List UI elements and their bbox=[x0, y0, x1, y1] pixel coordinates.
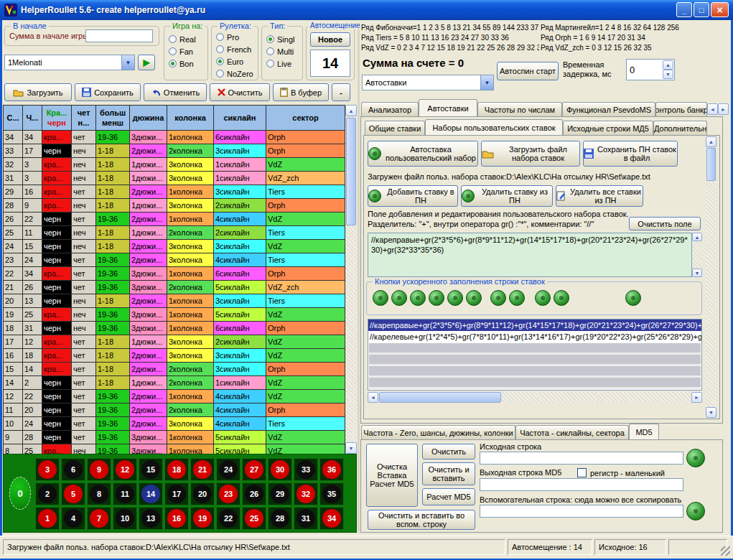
scroll-up-icon[interactable]: ▲ bbox=[706, 136, 716, 147]
board-number-21[interactable]: 21 bbox=[190, 458, 215, 481]
radio-option-fan[interactable]: Fan bbox=[164, 45, 207, 57]
table-row[interactable]: 1024чернчет19-362дюжи...3колонка4сиклайн… bbox=[4, 417, 345, 431]
table-row[interactable]: 825кра...неч19-363дюжи...1колонка5сиклай… bbox=[4, 444, 345, 454]
radio-option-bon[interactable]: Bon bbox=[164, 57, 207, 70]
table-row[interactable]: 2234кра...чет19-363дюжи...1колонка6сикла… bbox=[4, 267, 345, 281]
scroll-up-icon[interactable]: ▲ bbox=[345, 105, 357, 116]
clear-button[interactable]: Очистить bbox=[210, 83, 270, 101]
quick-fill-button[interactable] bbox=[466, 290, 482, 306]
quick-fill-button[interactable] bbox=[410, 290, 426, 306]
tab-autostakes[interactable]: Автоставки bbox=[419, 99, 477, 116]
table-row[interactable]: 2916кра...чет1-182дюжи...1колонка3сиклай… bbox=[4, 185, 345, 199]
column-header[interactable]: дюжина bbox=[130, 106, 167, 131]
scroll-right-icon[interactable]: ► bbox=[691, 392, 702, 403]
list-hscrollbar-thumb[interactable] bbox=[379, 392, 501, 403]
tab-md5[interactable]: MD5 bbox=[629, 424, 659, 439]
resize-grip[interactable] bbox=[721, 546, 730, 556]
board-number-10[interactable]: 10 bbox=[113, 507, 137, 530]
clear-field-button[interactable]: Очистить поле bbox=[629, 217, 701, 230]
table-row[interactable]: 2324чернчет19-362дюжи...3колонка4сиклайн… bbox=[4, 253, 345, 267]
table-row[interactable]: 1618кра...чет1-182дюжи...3колонка3сиклай… bbox=[4, 349, 345, 363]
board-number-15[interactable]: 15 bbox=[139, 458, 163, 481]
board-number-3[interactable]: 3 bbox=[35, 458, 60, 481]
board-number-20[interactable]: 20 bbox=[190, 482, 215, 505]
md5-output-input[interactable] bbox=[480, 478, 683, 491]
collapse-button[interactable]: - bbox=[332, 83, 350, 101]
table-row[interactable]: 928чернчет19-363дюжи...1колонка5сиклайнV… bbox=[4, 431, 345, 444]
board-number-23[interactable]: 23 bbox=[216, 482, 241, 505]
md5-clear-button[interactable]: Очистить bbox=[422, 444, 475, 459]
md5-clear-paste-button[interactable]: Очистить и вставить bbox=[422, 462, 475, 485]
register-checkbox[interactable] bbox=[577, 468, 587, 477]
board-number-2[interactable]: 2 bbox=[35, 482, 60, 505]
board-number-1[interactable]: 1 bbox=[35, 507, 60, 530]
board-number-29[interactable]: 29 bbox=[268, 482, 292, 505]
delete-all-stakes-button[interactable]: Удалить все ставки из ПН bbox=[556, 185, 643, 207]
table-row[interactable]: 2415черннеч1-182дюжи...3колонка3сиклайнV… bbox=[4, 240, 345, 253]
delete-stake-button[interactable]: Удалить ставку из ПН bbox=[461, 185, 553, 207]
board-number-16[interactable]: 16 bbox=[164, 507, 189, 530]
spins-table[interactable]: 3434кра...чет19-363дюжи...1колонка6сикла… bbox=[3, 131, 345, 454]
stake-list-item[interactable]: //кареправые+gr(2*3*5*6)+gr(8*9*11*12)+g… bbox=[368, 319, 701, 331]
column-header[interactable]: большменш bbox=[96, 106, 130, 131]
quick-fill-button[interactable] bbox=[625, 290, 641, 306]
table-row[interactable]: 2622чернчет19-362дюжи...1колонка4сиклайн… bbox=[4, 213, 345, 226]
column-header[interactable]: С... bbox=[4, 106, 23, 131]
radio-option-multi[interactable]: Multi bbox=[262, 45, 302, 57]
column-header[interactable]: четн... bbox=[72, 106, 96, 131]
load-stake-file-button[interactable]: Загрузить файл набора ставок bbox=[481, 141, 580, 167]
quick-fill-button[interactable] bbox=[490, 290, 506, 306]
board-number-17[interactable]: 17 bbox=[164, 482, 189, 505]
save-stake-file-button[interactable]: Сохранить ПН ставок в файл bbox=[583, 141, 678, 167]
board-number-5[interactable]: 5 bbox=[61, 482, 85, 505]
table-row[interactable]: 1712кра...чет1-181дюжи...3колонка2сиклай… bbox=[4, 335, 345, 349]
scroll-down-icon[interactable]: ▼ bbox=[345, 442, 357, 454]
load-button[interactable]: Загрузить bbox=[4, 83, 72, 101]
stake-edit-area[interactable]: //кареправые+gr(2*3*5*6)+gr(8*9*11*12)+g… bbox=[368, 233, 692, 277]
table-row[interactable]: 1831черннеч19-363дюжи...1колонка6сиклайн… bbox=[4, 322, 345, 335]
table-row[interactable]: 2126чернчет19-363дюжи...2колонка5сиклайн… bbox=[4, 281, 345, 294]
quick-fill-button[interactable] bbox=[535, 290, 551, 306]
tab-scroll-right-icon[interactable]: ► bbox=[718, 103, 729, 115]
tab-frequencies[interactable]: Частоты по числам bbox=[477, 102, 562, 116]
spinner-down-icon[interactable]: ▼ bbox=[663, 70, 673, 79]
radio-option-real[interactable]: Real bbox=[164, 33, 207, 45]
table-row[interactable]: 3317черннеч1-182дюжи...2колонка3сиклайнO… bbox=[4, 144, 345, 158]
table-scrollbar-thumb[interactable] bbox=[346, 118, 356, 225]
table-row[interactable]: 2511черннеч1-181дюжи...2колонка2сиклайнT… bbox=[4, 226, 345, 240]
tab-freq-sixlines[interactable]: Частота - сиклайны, сектора bbox=[515, 425, 629, 439]
minimize-button[interactable]: _ bbox=[676, 2, 692, 17]
subtab-user-stake-sets[interactable]: Наборы пользовательских ставок bbox=[425, 119, 563, 135]
board-number-0[interactable]: 0 bbox=[9, 477, 31, 510]
md5-source-action-button[interactable] bbox=[686, 449, 705, 467]
md5-big-button[interactable]: Очистка Вставка Расчет MD5 bbox=[366, 444, 418, 507]
board-number-31[interactable]: 31 bbox=[294, 507, 318, 530]
tab-scroll-left-icon[interactable]: ◄ bbox=[707, 103, 718, 115]
tab-bankroll[interactable]: Контроль банкро bbox=[655, 102, 707, 116]
board-number-30[interactable]: 30 bbox=[268, 458, 292, 481]
copy-to-buffer-button[interactable]: В буфер bbox=[273, 83, 329, 101]
title-bar[interactable]: HelperRoullet 5.6- create helperroullet@… bbox=[0, 0, 733, 20]
radio-option-live[interactable]: Live bbox=[262, 57, 302, 70]
board-number-11[interactable]: 11 bbox=[113, 482, 137, 505]
quick-fill-button[interactable] bbox=[447, 290, 463, 306]
radio-option-euro[interactable]: Euro bbox=[212, 55, 258, 67]
table-row[interactable]: 2013черннеч1-182дюжи...1колонка3сиклайнT… bbox=[4, 294, 345, 308]
board-number-27[interactable]: 27 bbox=[242, 458, 266, 481]
scroll-left-icon[interactable]: ◄ bbox=[368, 392, 378, 403]
table-row[interactable]: 1925кра...неч19-363дюжи...1колонка5сикла… bbox=[4, 308, 345, 322]
column-header[interactable]: Кра...черн bbox=[42, 106, 72, 131]
subtab-md5-strings[interactable]: Исходные строки МД5 bbox=[563, 121, 653, 135]
tab-psevdoms[interactable]: Функционал PsevdoMS bbox=[562, 102, 655, 116]
table-row[interactable]: 142чернчет1-181дюжи...2колонка1сиклайнVd… bbox=[4, 376, 345, 390]
md5-clear-paste-aux-button[interactable]: Очистить и вставить во вспом. строку bbox=[368, 510, 475, 530]
tab-freq-zero[interactable]: Частота - Zero, шансы, дюжины, колонки bbox=[361, 425, 515, 439]
add-stake-button[interactable]: Добавить ставку в ПН bbox=[368, 185, 458, 207]
subtab-additional[interactable]: Дополнительн bbox=[653, 121, 707, 135]
close-button[interactable]: × bbox=[711, 2, 729, 17]
md5-source-input[interactable] bbox=[480, 452, 683, 465]
md5-aux-action-button[interactable] bbox=[686, 502, 705, 521]
spinner-up-icon[interactable]: ▲ bbox=[663, 60, 673, 70]
tab-analyzer[interactable]: Анализатор bbox=[361, 102, 419, 116]
scroll-down-icon[interactable]: ▼ bbox=[692, 269, 702, 277]
